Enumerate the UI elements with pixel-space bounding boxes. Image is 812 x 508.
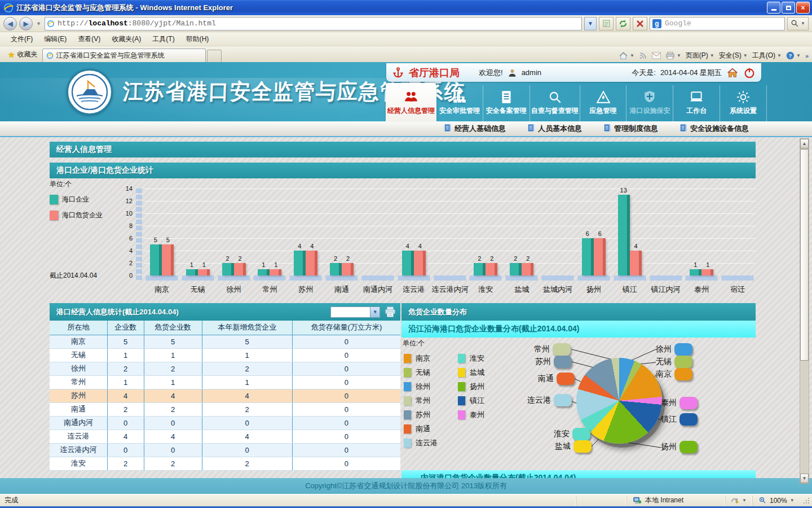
pie-legend-label: 扬州 (470, 382, 484, 392)
page-scrollbar[interactable]: ▲ ▼ (800, 138, 809, 484)
address-input[interactable]: http://localhost:8080/yjpt/Main.html (45, 17, 582, 30)
nav-tab-2[interactable]: 安全备案管理 (483, 85, 530, 121)
table-row[interactable]: 南通内河0000 (50, 416, 400, 430)
page-content: 经营人信息管理 港口企业/港口危货企业统计 单位:个 海口企业海口危货企业 截止… (0, 137, 812, 478)
operator-table-panel: 港口经营人信息统计(截止2014.04.04) ▼ 所在地企业数危货企业数本年新… (50, 303, 400, 478)
table-row[interactable]: 淮安2220 (50, 457, 400, 470)
bar (186, 269, 198, 275)
menu-item-5[interactable]: 帮助(H) (181, 33, 214, 46)
subnav-item-3[interactable]: 安全设施设备信息 (679, 124, 749, 134)
table-row[interactable]: 常州1110 (50, 375, 400, 389)
legend-label: 海口企业 (62, 195, 89, 204)
table-cell: 0 (292, 375, 400, 389)
pie-panel: 危货企业数量分布 沿江沿海港口危货企业数量分布(截止2014.04.04) 单位… (401, 303, 756, 478)
favorites-button[interactable]: ★ 收藏夹 (3, 47, 42, 62)
table-row[interactable]: 徐州2220 (50, 362, 400, 375)
command-item-0[interactable]: 页面(P)▼ (686, 51, 714, 60)
protected-mode-button[interactable]: ▼ (725, 496, 752, 506)
table-cell: 2 (202, 457, 292, 470)
menu-item-1[interactable]: 编辑(E) (39, 33, 72, 46)
pie-callout-label: 镇江 (661, 414, 677, 424)
restore-button[interactable] (782, 2, 795, 14)
bar-value-label: 2 (522, 255, 534, 262)
address-dropdown-button[interactable]: ▼ (584, 17, 597, 30)
logout-power-icon[interactable] (743, 67, 756, 79)
pie-legend-swatch (404, 410, 411, 419)
close-button[interactable]: × (796, 2, 810, 14)
pie-callout: 盐城 (507, 440, 592, 453)
command-item-2[interactable]: 工具(O)▼ (752, 51, 782, 60)
mail-button[interactable] (652, 52, 661, 59)
nav-tab-1[interactable]: 安全审批管理 (436, 85, 483, 121)
bar (222, 263, 234, 275)
nav-tab-5[interactable]: 港口设施保安 (626, 85, 673, 121)
table-cell: 0 (292, 389, 400, 402)
forward-button[interactable]: ▶ (19, 17, 33, 30)
table-cell: 2 (202, 362, 292, 375)
pie-legend-swatch (404, 424, 411, 433)
print-button[interactable]: ▼ (665, 51, 681, 60)
y-axis (136, 189, 142, 281)
search-button[interactable]: ▼ (787, 17, 809, 30)
zoom-control[interactable]: 100% ▼ (752, 496, 801, 506)
menu-item-3[interactable]: 收藏夹(A) (107, 33, 146, 46)
statistics-table: 所在地企业数危货企业数本年新增危货企业危货存储量(万立方米) 南京5550无锡1… (50, 321, 400, 471)
table-row[interactable]: 苏州4440 (50, 389, 400, 402)
table-cell: 4 (144, 430, 202, 443)
scroll-up-icon[interactable]: ▲ (800, 139, 809, 148)
subnav-item-2[interactable]: 管理制度信息 (603, 124, 658, 134)
refresh-button[interactable] (616, 17, 630, 30)
pie-callout-chip (679, 397, 698, 409)
menu-item-0[interactable]: 文件(F) (6, 33, 38, 46)
pie-callout-label: 苏州 (535, 357, 551, 367)
subnav-item-1[interactable]: 人员基本信息 (527, 124, 582, 134)
bar-platform (434, 275, 466, 281)
table-row[interactable]: 连云港内河0000 (50, 443, 400, 457)
menu-item-4[interactable]: 工具(T) (147, 33, 179, 46)
nav-tab-label: 港口设施保安 (629, 106, 670, 116)
back-button[interactable]: ◀ (3, 17, 17, 30)
scrollbar-thumb[interactable] (800, 149, 809, 361)
pie-legend-swatch (404, 382, 411, 391)
minimize-button[interactable] (767, 2, 780, 14)
table-row[interactable]: 南通2220 (50, 402, 400, 416)
table-cell: 4 (107, 389, 144, 402)
search-input[interactable]: g Google (650, 17, 785, 30)
nav-tab-0[interactable]: 经营人信息管理 (386, 83, 436, 121)
table-row[interactable]: 连云港4440 (50, 430, 400, 443)
table-cell: 南通内河 (50, 416, 107, 430)
table-row[interactable]: 南京5550 (50, 335, 400, 348)
help-icon: ? (786, 51, 795, 60)
pie-callout-chip (679, 441, 698, 453)
select-dropdown-icon[interactable]: ▼ (370, 307, 379, 317)
rss-button[interactable] (639, 51, 647, 60)
table-cell: 常州 (50, 375, 107, 389)
menu-item-2[interactable]: 查看(V) (73, 33, 105, 46)
nav-tab-3[interactable]: 自查与督查管理 (530, 85, 580, 121)
stop-button[interactable] (633, 17, 647, 30)
overflow-chevron-icon[interactable]: » (805, 52, 809, 59)
nav-tab-label: 工作台 (686, 106, 707, 116)
compatibility-button[interactable] (599, 17, 614, 30)
resize-grip[interactable] (803, 497, 810, 504)
pie-legend-item: 无锡 (404, 367, 430, 378)
help-button[interactable]: ?▼ (786, 51, 801, 60)
city-select[interactable]: ▼ (330, 306, 380, 318)
browser-tab[interactable]: 江苏省港口安全监管与应急管理系统 (42, 49, 206, 62)
table-row[interactable]: 无锡1110 (50, 348, 400, 362)
nav-tab-7[interactable]: 系统设置 (720, 85, 767, 121)
scroll-down-icon[interactable]: ▼ (800, 474, 809, 483)
home-shortcut-icon[interactable] (726, 67, 739, 79)
command-item-1[interactable]: 安全(S)▼ (719, 51, 748, 60)
subnav-item-0[interactable]: 经营人基础信息 (444, 124, 506, 134)
zoom-icon (758, 496, 767, 505)
new-tab-stub[interactable] (207, 50, 222, 62)
y-tick-label: 0 (120, 272, 133, 279)
table-cell: 0 (292, 335, 400, 348)
bar-platform (218, 275, 250, 281)
history-dropdown-icon[interactable]: ▼ (36, 21, 41, 27)
nav-tab-4[interactable]: 应急管理 (580, 85, 627, 121)
nav-tab-6[interactable]: 工作台 (673, 85, 720, 121)
table-print-icon[interactable] (383, 306, 397, 318)
home-button[interactable]: ▼ (619, 51, 634, 60)
